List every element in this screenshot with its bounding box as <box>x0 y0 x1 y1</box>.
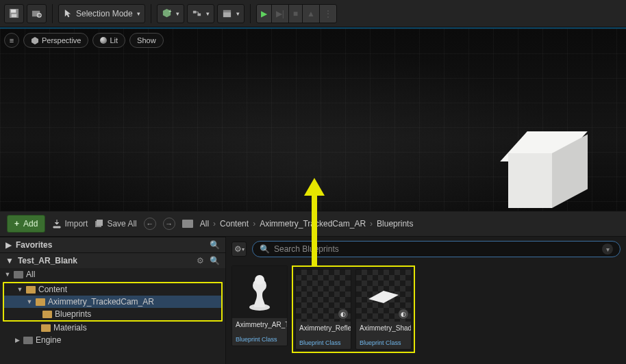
selection-mode-label: Selection Mode <box>76 9 133 18</box>
add-cube-icon: + <box>162 8 172 18</box>
play-options-button[interactable]: ⋮ <box>319 5 336 23</box>
import-label: Import <box>64 219 88 229</box>
svg-rect-11 <box>223 10 231 12</box>
cinematics-dropdown[interactable]: ▾ <box>217 4 245 23</box>
svg-marker-12 <box>32 37 38 44</box>
add-button[interactable]: + Add <box>7 215 45 233</box>
chevron-right-icon: › <box>368 219 374 229</box>
crumb-folder-icon[interactable] <box>182 220 193 228</box>
asset-search-input[interactable]: 🔍 Search Blueprints ▾ <box>252 241 621 257</box>
favorites-header[interactable]: ▶ Favorites 🔍 <box>0 237 225 252</box>
tree-materials[interactable]: Materials <box>0 322 225 334</box>
crumb-content[interactable]: Content <box>220 219 249 229</box>
asset-type: Blueprint Class <box>296 339 351 349</box>
plane-icon <box>366 285 401 306</box>
folder-search-icon <box>32 8 42 18</box>
svg-marker-5 <box>65 10 71 17</box>
blueprints-dropdown[interactable]: ▾ <box>187 4 214 23</box>
import-button[interactable]: Import <box>52 219 88 229</box>
chevron-down-icon: ▾ <box>242 246 245 252</box>
source-tree: ▼ All ▼ Content ▼ Aximmetry_TrackedCam_A… <box>0 268 225 346</box>
tree-engine[interactable]: ▶ Engine <box>0 334 225 346</box>
sphere-icon <box>100 37 107 44</box>
project-label: Test_AR_Blank <box>18 256 77 265</box>
folder-icon <box>182 220 193 228</box>
cursor-icon <box>63 8 73 18</box>
crumb-all[interactable]: All <box>200 219 209 229</box>
chevron-right-icon: ▶ <box>5 240 12 250</box>
tree-tracked[interactable]: ▼ Aximmetry_TrackedCam_AR <box>4 296 221 308</box>
svg-rect-10 <box>223 12 231 18</box>
svg-rect-14 <box>97 220 103 226</box>
crumb-tracked[interactable]: Aximmetry_TrackedCam_AR <box>260 219 366 229</box>
settings-icon[interactable]: ⚙ <box>197 256 204 265</box>
tree-blueprints[interactable]: Blueprints <box>4 308 221 320</box>
tree-content-label: Content <box>38 285 67 294</box>
chevron-down-icon: ▾ <box>137 10 140 17</box>
cube-mesh[interactable] <box>508 131 584 211</box>
svg-marker-17 <box>368 291 399 303</box>
node-icon <box>192 8 202 18</box>
stop-icon: ■ <box>293 9 298 18</box>
lit-label: Lit <box>110 36 118 44</box>
show-dropdown[interactable]: Show <box>129 33 164 48</box>
folder-icon <box>14 271 23 278</box>
nav-back-button[interactable]: ← <box>144 218 156 230</box>
folder-icon <box>41 324 51 332</box>
viewport-menu-button[interactable]: ≡ <box>4 33 19 48</box>
perspective-label: Perspective <box>42 36 81 44</box>
save-all-label: Save All <box>107 219 136 229</box>
arrow-left-icon: ← <box>146 220 153 228</box>
search-icon[interactable]: 🔍 <box>210 256 220 265</box>
folder-icon <box>42 311 52 318</box>
svg-rect-8 <box>193 11 197 14</box>
main-toolbar: Selection Mode ▾ + ▾ ▾ ▾ ▶ ▶| ■ ▲ ⋮ <box>0 0 626 27</box>
asset-tile[interactable]: ◐ Aximmetry_Shadow_ Blueprint Class <box>355 269 412 350</box>
asset-thumb: ◐ <box>356 270 411 322</box>
tree-all[interactable]: ▼ All <box>0 268 225 281</box>
asset-name: Aximmetry_Reflection_ <box>296 322 351 339</box>
play-icon: ▶ <box>261 9 267 18</box>
nav-forward-button[interactable]: → <box>163 218 175 230</box>
search-placeholder: Search Blueprints <box>274 244 339 254</box>
project-header[interactable]: ▼ Test_AR_Blank ⚙ 🔍 <box>0 252 225 268</box>
tree-content[interactable]: ▼ Content <box>4 283 221 296</box>
asset-view: ⚙ ▾ 🔍 Search Blueprints ▾ Aximmetry <box>226 237 626 364</box>
save-all-button[interactable]: Save All <box>95 219 136 229</box>
stop-button[interactable]: ■ <box>288 5 302 23</box>
save-icon <box>9 8 19 18</box>
arrow-right-icon: → <box>165 220 173 228</box>
play-button[interactable]: ▶ <box>257 5 271 23</box>
filter-button[interactable]: ⚙ ▾ <box>231 242 247 257</box>
sphere-badge-icon: ◐ <box>398 309 409 320</box>
level-viewport[interactable]: ≡ Perspective Lit Show <box>0 27 626 211</box>
tree-blueprints-label: Blueprints <box>55 309 91 319</box>
chevron-down-icon: ▾ <box>602 244 613 255</box>
selection-mode-dropdown[interactable]: Selection Mode ▾ <box>58 4 145 23</box>
asset-thumb <box>232 266 287 318</box>
lit-dropdown[interactable]: Lit <box>92 33 125 48</box>
tree-materials-label: Materials <box>53 323 87 333</box>
eject-button[interactable]: ▲ <box>302 5 319 23</box>
perspective-dropdown[interactable]: Perspective <box>23 33 88 48</box>
svg-rect-2 <box>12 14 17 17</box>
breadcrumb: All › Content › Aximmetry_TrackedCam_AR … <box>200 219 414 229</box>
tree-engine-label: Engine <box>36 335 61 345</box>
asset-tile[interactable]: ◐ Aximmetry_Reflection_ Blueprint Class <box>295 269 351 350</box>
search-icon[interactable]: 🔍 <box>210 240 220 250</box>
highlighted-tree-region: ▼ Content ▼ Aximmetry_TrackedCam_AR Blue… <box>3 282 223 322</box>
browse-button[interactable] <box>27 4 47 23</box>
step-icon: ▶| <box>276 9 284 18</box>
folder-icon <box>26 286 36 294</box>
sphere-badge-icon: ◐ <box>338 309 349 320</box>
add-content-dropdown[interactable]: + ▾ <box>157 4 184 23</box>
chevron-down-icon: ▾ <box>176 10 179 17</box>
content-browser-body: ▶ Favorites 🔍 ▼ Test_AR_Blank ⚙ 🔍 ▼ All <box>0 237 626 364</box>
hamburger-icon: ≡ <box>10 36 14 44</box>
add-label: Add <box>23 219 38 229</box>
clapper-icon <box>222 8 232 18</box>
asset-tile[interactable]: Aximmetry_AR_Tracked_ Blueprint Class <box>231 265 288 346</box>
crumb-blueprints[interactable]: Blueprints <box>377 219 413 229</box>
save-button[interactable] <box>4 4 24 23</box>
play-step-button[interactable]: ▶| <box>271 5 288 23</box>
